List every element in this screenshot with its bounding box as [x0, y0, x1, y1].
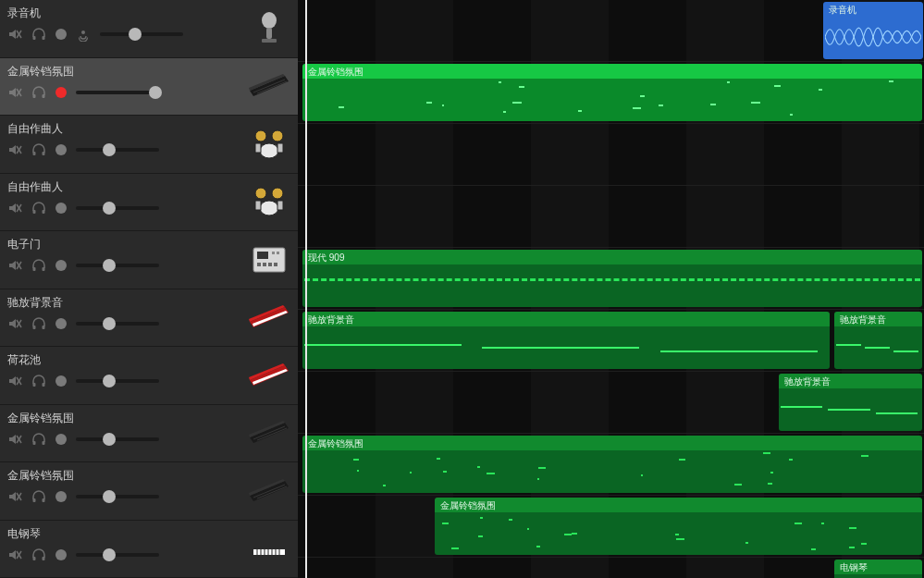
track-header[interactable]: 荷花池: [0, 347, 298, 405]
piano-icon[interactable]: [248, 531, 290, 566]
record-enable-button[interactable]: [55, 260, 67, 271]
volume-thumb[interactable]: [103, 490, 116, 503]
svg-rect-39: [257, 252, 268, 259]
headphones-icon[interactable]: [31, 27, 46, 42]
record-enable-button[interactable]: [55, 549, 67, 560]
record-enable-button[interactable]: [55, 144, 67, 155]
volume-thumb[interactable]: [103, 433, 116, 446]
timeline-row[interactable]: 金属铃铛氛围: [298, 62, 924, 124]
volume-slider[interactable]: [76, 202, 159, 215]
mute-icon[interactable]: [7, 258, 22, 273]
playhead[interactable]: [305, 0, 307, 578]
midi-region[interactable]: 驰放背景音: [779, 374, 922, 431]
track-header[interactable]: 金属铃铛氛围: [0, 462, 298, 521]
svg-rect-63: [43, 441, 45, 445]
volume-slider[interactable]: [76, 259, 159, 272]
svg-rect-90: [280, 557, 283, 564]
track-header[interactable]: 自由作曲人: [0, 174, 298, 232]
midi-region[interactable]: 电钢琴: [834, 560, 922, 578]
track-header[interactable]: 自由作曲人: [0, 116, 298, 174]
drums-icon[interactable]: [248, 184, 290, 219]
timeline-area[interactable]: 录音机金属铃铛氛围现代 909驰放背景音驰放背景音驰放背景音金属铃铛氛围金属铃铛…: [298, 0, 924, 578]
svg-point-22: [260, 143, 278, 158]
headphones-icon[interactable]: [31, 432, 46, 447]
record-enable-button[interactable]: [55, 318, 67, 329]
midi-region[interactable]: 金属铃铛氛围: [435, 498, 922, 555]
track-header[interactable]: 驰放背景音: [0, 289, 298, 348]
keyboard-red-icon[interactable]: [248, 300, 290, 335]
midi-region[interactable]: 金属铃铛氛围: [302, 436, 922, 493]
keyboard-dark-icon[interactable]: [248, 415, 290, 450]
record-enable-button[interactable]: [55, 491, 67, 502]
input-monitor-icon[interactable]: [76, 27, 91, 42]
svg-rect-42: [257, 263, 261, 266]
volume-slider[interactable]: [100, 28, 183, 41]
headphones-icon[interactable]: [31, 201, 46, 215]
mute-icon[interactable]: [7, 201, 22, 215]
track-header[interactable]: 电子门: [0, 231, 298, 289]
track-header[interactable]: 金属铃铛氛围: [0, 405, 298, 463]
midi-region[interactable]: 驰放背景音: [834, 312, 922, 369]
headphones-icon[interactable]: [31, 85, 46, 100]
midi-region[interactable]: 驰放背景音: [302, 312, 830, 369]
record-enable-button[interactable]: [55, 29, 67, 40]
mute-icon[interactable]: [7, 374, 22, 388]
headphones-icon[interactable]: [31, 142, 46, 157]
volume-slider[interactable]: [76, 317, 159, 330]
drums-icon[interactable]: [248, 127, 290, 162]
svg-point-4: [81, 31, 85, 34]
record-enable-button[interactable]: [55, 434, 67, 445]
timeline-row[interactable]: 录音机: [298, 0, 924, 62]
volume-thumb[interactable]: [103, 375, 116, 387]
audio-region[interactable]: 录音机: [823, 2, 923, 59]
midi-region[interactable]: 现代 909: [302, 250, 922, 307]
timeline-row[interactable]: 金属铃铛氛围: [298, 434, 924, 496]
record-enable-button[interactable]: [55, 203, 67, 214]
keyboard-red-icon[interactable]: [248, 358, 290, 393]
volume-thumb[interactable]: [103, 317, 116, 330]
mute-icon[interactable]: [7, 489, 22, 504]
track-header[interactable]: 电钢琴: [0, 521, 298, 579]
headphones-icon[interactable]: [31, 489, 46, 504]
keyboard-dark-icon[interactable]: [248, 473, 290, 509]
mute-icon[interactable]: [7, 142, 22, 157]
timeline-row[interactable]: [298, 124, 924, 186]
midi-region[interactable]: 金属铃铛氛围: [302, 64, 922, 121]
volume-slider[interactable]: [76, 143, 159, 156]
volume-thumb[interactable]: [103, 143, 116, 156]
mute-icon[interactable]: [7, 27, 22, 42]
headphones-icon[interactable]: [31, 374, 46, 388]
headphones-icon[interactable]: [31, 316, 46, 331]
microphone-icon[interactable]: [248, 11, 290, 46]
mute-icon[interactable]: [7, 316, 22, 331]
timeline-row[interactable]: 金属铃铛氛围: [298, 496, 924, 558]
region-label: 驰放背景音: [308, 314, 824, 326]
volume-thumb[interactable]: [129, 28, 142, 41]
record-enable-button[interactable]: [55, 87, 67, 98]
headphones-icon[interactable]: [31, 547, 46, 562]
timeline-row[interactable]: 驰放背景音驰放背景音: [298, 310, 924, 372]
volume-slider[interactable]: [76, 86, 159, 99]
volume-thumb[interactable]: [103, 259, 116, 272]
svg-point-20: [255, 130, 266, 141]
volume-thumb[interactable]: [103, 548, 116, 561]
volume-slider[interactable]: [76, 548, 159, 561]
track-header[interactable]: 录音机: [0, 0, 298, 58]
timeline-row[interactable]: 现代 909: [298, 248, 924, 310]
drum-machine-icon[interactable]: [248, 242, 290, 277]
timeline-row[interactable]: 驰放背景音: [298, 372, 924, 434]
volume-thumb[interactable]: [103, 202, 116, 215]
volume-slider[interactable]: [76, 433, 159, 446]
mute-icon[interactable]: [7, 547, 22, 562]
headphones-icon[interactable]: [31, 258, 46, 273]
timeline-row[interactable]: [298, 186, 924, 248]
keyboard-dark-icon[interactable]: [248, 68, 290, 104]
volume-slider[interactable]: [76, 490, 159, 503]
volume-thumb[interactable]: [149, 86, 162, 99]
volume-slider[interactable]: [76, 375, 159, 387]
track-header[interactable]: 金属铃铛氛围: [0, 58, 298, 117]
record-enable-button[interactable]: [55, 375, 67, 387]
timeline-row[interactable]: 电钢琴: [298, 558, 924, 578]
mute-icon[interactable]: [7, 85, 22, 100]
mute-icon[interactable]: [7, 432, 22, 447]
